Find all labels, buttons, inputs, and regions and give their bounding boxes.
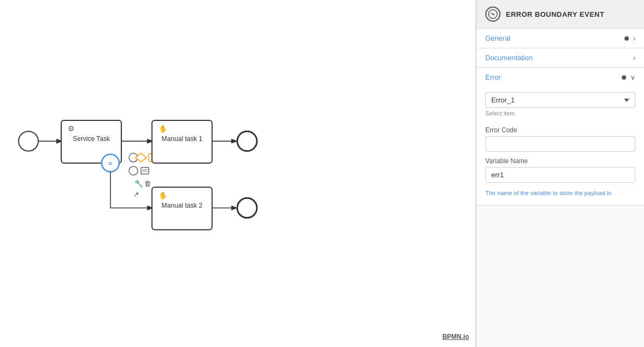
manual-task-1-label: Manual task 1	[161, 135, 203, 143]
error-select-hint: Select item	[485, 110, 635, 117]
documentation-section-right: ›	[633, 54, 635, 62]
general-dot	[625, 36, 629, 41]
error-section: Error ∨ Error_1 Select item Error Code V…	[477, 68, 644, 205]
error-select[interactable]: Error_1	[485, 92, 635, 108]
variable-name-help: The name of the variable to store the pa…	[485, 189, 635, 197]
general-section: General ›	[477, 29, 644, 48]
panel-header-icon	[485, 7, 500, 22]
general-chevron: ›	[633, 35, 635, 42]
toolbar-list-icon[interactable]	[141, 168, 148, 174]
panel-header: ERROR BOUNDARY EVENT	[477, 0, 644, 29]
general-section-right: ›	[625, 35, 635, 42]
manual-task-2-label: Manual task 2	[161, 202, 203, 209]
wave-icon: ≈	[108, 159, 112, 168]
variable-name-label: Variable Name	[485, 157, 635, 165]
toolbar-diamond-icon[interactable]	[135, 153, 146, 162]
bpmn-watermark: BPMN.io	[443, 333, 469, 340]
error-code-label: Error Code	[485, 126, 635, 134]
error-chevron: ∨	[630, 74, 635, 81]
error-section-right: ∨	[622, 74, 635, 81]
start-event[interactable]	[18, 131, 38, 151]
error-section-header[interactable]: Error ∨	[477, 68, 644, 87]
error-section-body: Error_1 Select item Error Code Variable …	[477, 87, 644, 205]
documentation-section: Documentation ›	[477, 48, 644, 68]
trash-icon[interactable]: 🗑	[144, 179, 151, 188]
documentation-section-header[interactable]: Documentation ›	[477, 48, 644, 67]
variable-name-input[interactable]	[485, 167, 635, 183]
right-panel: ERROR BOUNDARY EVENT General › Documenta…	[476, 0, 644, 347]
end-event-2[interactable]	[237, 198, 257, 217]
gear-icon: ⚙	[68, 124, 75, 133]
panel-title: ERROR BOUNDARY EVENT	[506, 10, 604, 18]
general-section-title: General	[485, 34, 510, 42]
toolbar-circle2-icon[interactable]	[129, 166, 138, 175]
end-event-1[interactable]	[237, 131, 257, 151]
link-icon[interactable]: ↗	[133, 190, 139, 198]
service-task-label: Service Task	[73, 135, 110, 143]
error-code-input[interactable]	[485, 136, 635, 152]
general-section-header[interactable]: General ›	[477, 29, 644, 48]
wrench-icon[interactable]: 🔧	[134, 179, 144, 188]
error-section-title: Error	[485, 73, 501, 81]
hand-icon-2: ✋	[159, 191, 168, 200]
hand-icon-1: ✋	[159, 124, 168, 133]
bpmn-canvas[interactable]: ⚙ Service Task ≈ 🔧 🗑 ↗ ✋ Manual task 1	[0, 0, 476, 347]
documentation-section-title: Documentation	[485, 54, 532, 62]
documentation-chevron: ›	[633, 54, 635, 62]
error-dot	[622, 75, 626, 80]
